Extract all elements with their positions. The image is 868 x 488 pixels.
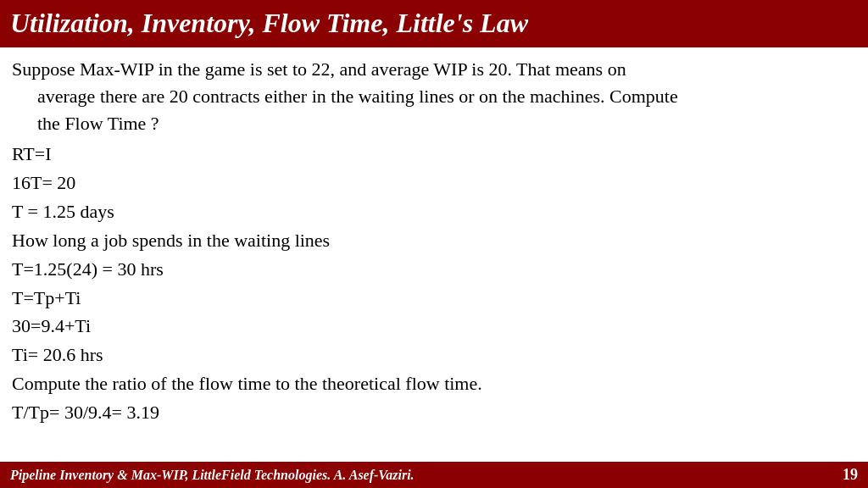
equation-16t-20: 16T= 20 (12, 169, 856, 197)
intro-paragraph: Suppose Max-WIP in the game is set to 22… (12, 56, 856, 137)
equation-t-30hrs: T=1.25(24) = 30 hrs (12, 256, 856, 283)
equation-30-94-ti: 30=9.4+Ti (12, 313, 856, 340)
how-long-label: How long a job spends in the waiting lin… (12, 227, 856, 254)
footer: Pipeline Inventory & Max-WIP, LittleFiel… (0, 462, 868, 488)
equation-rt-i: RT=I (12, 141, 856, 168)
equation-t-125: T = 1.25 days (12, 198, 856, 225)
footer-citation: Pipeline Inventory & Max-WIP, LittleFiel… (10, 468, 415, 483)
header: Utilization, Inventory, Flow Time, Littl… (0, 0, 868, 47)
intro-line1: Suppose Max-WIP in the game is set to 22… (12, 58, 626, 80)
equation-t-tp-ti: T=Tp+Ti (12, 285, 856, 312)
main-content: Suppose Max-WIP in the game is set to 22… (0, 47, 868, 433)
intro-line2: average there are 20 contracts either in… (12, 83, 678, 110)
footer-page-number: 19 (843, 466, 858, 484)
intro-line3: the Flow Time ? (12, 110, 159, 137)
equation-t-tp-ratio: T/Tp= 30/9.4= 3.19 (12, 399, 856, 426)
equation-ti-206: Ti= 20.6 hrs (12, 341, 856, 369)
compute-ratio-label: Compute the ratio of the flow time to th… (12, 370, 856, 397)
page-title: Utilization, Inventory, Flow Time, Littl… (10, 7, 858, 39)
